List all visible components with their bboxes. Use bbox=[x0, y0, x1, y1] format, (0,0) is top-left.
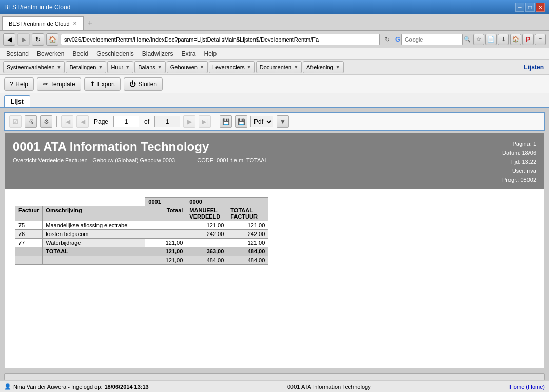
of-label: of bbox=[144, 118, 149, 125]
lijsten-link[interactable]: Lijsten bbox=[524, 64, 546, 71]
refresh-button[interactable]: ↻ bbox=[32, 33, 44, 46]
status-login-time: 18/06/2014 13:13 bbox=[104, 384, 148, 390]
scrollbar-area bbox=[0, 373, 549, 381]
template-button[interactable]: ✏ Template bbox=[37, 77, 81, 91]
menu-bewerken[interactable]: Bewerken bbox=[33, 49, 68, 58]
tab-lijst[interactable]: Lijst bbox=[4, 95, 30, 107]
cell-omschrijving-75: Maandelijkse aflossing electrabel bbox=[43, 221, 145, 229]
sluiten-button[interactable]: ⏻ Sluiten bbox=[124, 77, 163, 91]
chevron-down-icon: ▼ bbox=[336, 65, 340, 70]
export-button[interactable]: ⬆ Export bbox=[84, 77, 121, 91]
download-icon[interactable]: ⬇ bbox=[498, 34, 509, 45]
menu-extra[interactable]: Extra bbox=[178, 49, 200, 58]
report-header: 0001 ATA Information Technology Overzich… bbox=[5, 133, 544, 189]
page-number-input[interactable] bbox=[113, 116, 139, 127]
cell-grand-totaalfactuur: 484,00 bbox=[227, 256, 268, 264]
nav-balans[interactable]: Balans▼ bbox=[134, 61, 166, 73]
save-as-icon[interactable]: 💾 bbox=[235, 115, 247, 128]
nav-afrekening[interactable]: Afrekening▼ bbox=[303, 61, 344, 73]
prev-page-icon: ◀ bbox=[76, 115, 89, 128]
nav-documenten[interactable]: Documenten▼ bbox=[256, 61, 302, 73]
page-tabs: Lijst bbox=[0, 93, 549, 108]
next-page-icon: ▶ bbox=[183, 115, 195, 128]
title-bar-text: BEST/rentm in de Cloud bbox=[4, 4, 70, 11]
report-subtitle: Overzicht Verdeelde Facturen - Gebouw (G… bbox=[13, 157, 268, 163]
col-factuur-header: Factuur bbox=[15, 206, 43, 221]
search-input[interactable] bbox=[401, 34, 463, 45]
chevron-down-icon: ▼ bbox=[57, 65, 62, 70]
back-button[interactable]: ◀ bbox=[3, 33, 15, 46]
cell-omschrijving-76: kosten belgacom bbox=[43, 229, 145, 238]
pinterest-icon[interactable]: P bbox=[522, 34, 534, 45]
minimize-button[interactable]: ─ bbox=[515, 3, 524, 12]
cell-grand-empty2 bbox=[43, 256, 145, 264]
nav-leveranciers[interactable]: Leveranciers▼ bbox=[209, 61, 255, 73]
help-button[interactable]: ? Help bbox=[4, 77, 34, 91]
table-row: 76 kosten belgacom 242,00 242,00 bbox=[15, 229, 268, 238]
nav-betalingen[interactable]: Betalingen▼ bbox=[66, 61, 106, 73]
cell-grand-totaal: 121,00 bbox=[145, 256, 186, 264]
home-nav-icon[interactable]: 🏠 bbox=[510, 34, 521, 45]
cell-totaal-manueel: 363,00 bbox=[186, 247, 227, 256]
nav-huur[interactable]: Huur▼ bbox=[107, 61, 133, 73]
status-bar: 👤 Nina Van der Auwera - Ingelogd op: 18/… bbox=[0, 381, 549, 392]
nav-gebouwen[interactable]: Gebouwen▼ bbox=[167, 61, 208, 73]
close-button[interactable]: ✕ bbox=[536, 3, 545, 12]
chevron-down-icon: ▼ bbox=[158, 65, 162, 70]
table-row: 77 Waterbijdrage 121,00 121,00 bbox=[15, 238, 268, 247]
chevron-down-icon: ▼ bbox=[293, 65, 298, 70]
status-left: 👤 Nina Van der Auwera - Ingelogd op: 18/… bbox=[4, 383, 149, 390]
select-all-icon: ☑ bbox=[9, 115, 22, 128]
horizontal-scrollbar[interactable] bbox=[4, 373, 545, 380]
menu-beeld[interactable]: Beeld bbox=[68, 49, 92, 58]
search-submit-icon[interactable]: 🔍 bbox=[464, 36, 471, 43]
cell-omschrijving-77: Waterbijdrage bbox=[43, 238, 145, 247]
dropdown-arrow-icon[interactable]: ▼ bbox=[277, 115, 289, 128]
table-row-grand: 121,00 484,00 484,00 bbox=[15, 256, 268, 264]
cell-totaal-75 bbox=[145, 221, 186, 229]
title-bar: BEST/rentm in de Cloud ─ □ ✕ bbox=[0, 0, 549, 14]
cell-totaal-label: TOTAAL bbox=[43, 247, 145, 256]
table-row: 75 Maandelijkse aflossing electrabel 121… bbox=[15, 221, 268, 229]
menu-icon[interactable]: ≡ bbox=[535, 34, 546, 45]
maximize-button[interactable]: □ bbox=[525, 3, 535, 12]
tab-bar: BEST/rentm in de Cloud ✕ + bbox=[0, 14, 549, 31]
report-table-area: 0001 0000 Factuur Omschrijving Totaal MA… bbox=[5, 189, 544, 273]
settings-icon[interactable]: ⚙ bbox=[40, 115, 52, 128]
go-button[interactable]: ↻ bbox=[382, 34, 393, 45]
bookmark-star-icon[interactable]: ☆ bbox=[473, 34, 484, 45]
main-content: ☑ 🖨 ⚙ |◀ ◀ Page of ▶ ▶| 💾 💾 Pdf ▼ 0001 A… bbox=[0, 108, 549, 373]
print-icon[interactable]: 🖨 bbox=[25, 115, 37, 128]
cell-totaalfactuur-77: 121,00 bbox=[227, 238, 268, 247]
cell-totaal-totaal: 121,00 bbox=[145, 247, 186, 256]
status-home-link[interactable]: Home (Home) bbox=[509, 384, 545, 390]
menu-geschiedenis[interactable]: Geschiedenis bbox=[92, 49, 138, 58]
sluiten-icon: ⏻ bbox=[129, 80, 136, 88]
reader-icon[interactable]: 📄 bbox=[485, 34, 497, 45]
tab-close-icon[interactable]: ✕ bbox=[73, 21, 77, 26]
chevron-down-icon: ▼ bbox=[125, 65, 130, 70]
forward-button[interactable]: ▶ bbox=[17, 33, 30, 46]
report-toolbar: ☑ 🖨 ⚙ |◀ ◀ Page of ▶ ▶| 💾 💾 Pdf ▼ bbox=[4, 112, 545, 131]
browser-tab[interactable]: BEST/rentm in de Cloud ✕ bbox=[2, 16, 84, 30]
home-button[interactable]: 🏠 bbox=[46, 33, 58, 46]
url-input[interactable] bbox=[61, 34, 380, 45]
nav-systeemvariabelen[interactable]: Systeemvariabelen▼ bbox=[3, 61, 65, 73]
address-bar: ◀ ▶ ↻ 🏠 ↻ G 🔍 ☆ 📄 ⬇ 🏠 P ≡ bbox=[0, 31, 549, 48]
first-page-icon: |◀ bbox=[61, 115, 73, 128]
report-header-left: 0001 ATA Information Technology Overzich… bbox=[13, 140, 268, 163]
menu-bladwijzers[interactable]: Bladwijzers bbox=[138, 49, 178, 58]
menu-help[interactable]: Help bbox=[200, 49, 221, 58]
col-totaal-header: Totaal bbox=[145, 206, 186, 221]
cell-manueel-77 bbox=[186, 238, 227, 247]
cell-factuur-76: 76 bbox=[15, 229, 43, 238]
status-user-text: Nina Van der Auwera - Ingelogd op: bbox=[13, 384, 102, 390]
new-tab-button[interactable]: + bbox=[84, 16, 96, 30]
tab-label: BEST/rentm in de Cloud bbox=[9, 21, 70, 27]
save-icon[interactable]: 💾 bbox=[220, 115, 232, 128]
total-pages-display bbox=[154, 116, 180, 127]
search-wrap: G 🔍 bbox=[395, 34, 471, 45]
menu-bestand[interactable]: Bestand bbox=[2, 49, 33, 58]
app-title: BEST/rentm in de Cloud bbox=[4, 4, 70, 11]
format-select[interactable]: Pdf bbox=[250, 116, 273, 127]
